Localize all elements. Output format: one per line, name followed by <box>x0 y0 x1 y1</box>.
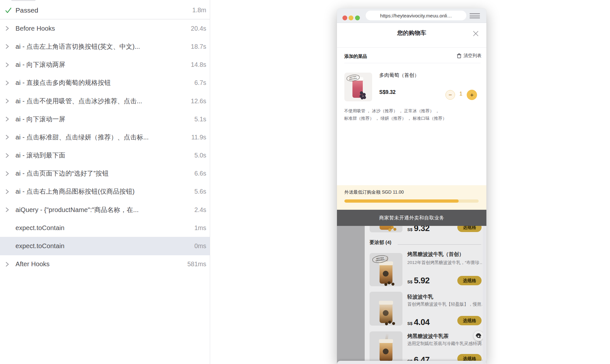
test-report-panel: Passed 1.8m Before Hooks 20.4s ai - 点击左上… <box>0 0 210 364</box>
test-row-time: 1.8m <box>192 6 206 14</box>
chevron-right-icon <box>5 261 13 268</box>
test-row-time: 6.7s <box>194 79 206 86</box>
test-row-label: expect.toContain <box>15 224 190 232</box>
test-row-time: 6.6s <box>194 170 206 177</box>
window-close-button[interactable] <box>342 15 347 20</box>
choose-spec-label: 选规格 <box>463 278 476 284</box>
product-name: 轻波波牛乳 <box>407 294 433 300</box>
test-row-after-hooks[interactable]: After Hooks 581ms <box>0 255 210 273</box>
chevron-right-icon <box>5 25 13 32</box>
product-description: 选用定制嫣红茶底与冷藏牛乳灵感特调… <box>407 341 482 347</box>
cart-item-name: 多肉葡萄（首创） <box>379 72 419 79</box>
test-row-ai-step[interactable]: ai - 直接点击多肉葡萄的规格按钮 6.7s <box>0 74 210 92</box>
drink-cup-illustration <box>380 303 392 323</box>
currency-label: S$ <box>407 321 412 326</box>
price-value: 4.04 <box>414 317 430 327</box>
cart-item-price: S$9.32 <box>379 89 396 95</box>
min-order-progress-track <box>344 199 479 203</box>
test-row-time: 5.0s <box>194 152 206 159</box>
divider <box>337 47 486 48</box>
plus-icon: + <box>470 92 473 98</box>
test-row-label: ai - 点击标准甜、点击绿妍（推荐）、点击标... <box>15 133 188 142</box>
browser-topbar: https://heyteavivocity.meuu.onli… <box>337 8 486 23</box>
test-row-time: 2.4s <box>194 206 206 214</box>
currency-label: S$ <box>407 227 412 232</box>
test-row-ai-step[interactable]: ai - 向下滚动两屏 14.8s <box>0 56 210 74</box>
quantity-increase-button[interactable]: + <box>467 90 477 100</box>
test-row-time: 11.9s <box>191 134 206 141</box>
url-text: https://heyteavivocity.meuu.onli… <box>380 13 452 18</box>
test-row-time: 20.4s <box>191 25 206 32</box>
test-row-ai-step[interactable]: ai - 点击不使用吸管、点击冰沙推荐、点击... 12.6s <box>0 92 210 110</box>
cart-title: 您的购物车 <box>337 29 486 37</box>
product-name: 烤黑糖波波牛乳茶 <box>407 333 449 340</box>
choose-spec-button[interactable]: 选规格 <box>457 316 482 325</box>
chevron-right-icon <box>5 152 13 159</box>
test-row-label: ai - 点击左上角语言切换按钮(英文、中文)... <box>15 42 187 51</box>
chevron-right-icon <box>5 134 13 141</box>
test-row-label: Before Hooks <box>15 25 187 32</box>
min-order-progress-fill <box>344 199 459 203</box>
test-row-expect-selected[interactable]: expect.toContain 0ms <box>0 237 210 255</box>
browser-window: https://heyteavivocity.meuu.onli… S$ 9.3… <box>337 8 486 364</box>
window-zoom-button[interactable] <box>355 15 360 20</box>
product-image <box>370 292 402 326</box>
customer-service-button[interactable] <box>473 331 483 341</box>
chevron-right-icon <box>5 79 13 86</box>
product-description: 首创烤黑糖波波牛乳【轻盈版】，慢熬… <box>407 301 482 307</box>
section-divider <box>398 244 481 245</box>
test-row-label: ai - 点击不使用吸管、点击冰沙推荐、点击... <box>15 97 187 106</box>
test-row-label: ai - 点击右上角商品图标按钮(仅商品按钮) <box>15 187 190 196</box>
test-row-label: ai - 点击页面下边的“选好了”按钮 <box>15 169 190 178</box>
browser-menu-icon[interactable] <box>470 13 480 18</box>
toast-banner: 商家暂未开通外卖和自取业务 <box>337 210 486 226</box>
product-description: 2012年首创烤黑糖波波牛乳，“布蕾珍… <box>407 260 482 266</box>
chevron-right-icon <box>5 170 13 177</box>
toast-text: 商家暂未开通外卖和自取业务 <box>379 215 444 221</box>
choose-spec-button[interactable]: 选规格 <box>457 276 482 285</box>
test-row-ai-step[interactable]: ai - 点击右上角商品图标按钮(仅商品按钮) 5.6s <box>0 183 210 201</box>
window-minimize-button[interactable] <box>349 15 353 20</box>
drink-cup-illustration <box>380 341 392 361</box>
choose-spec-label: 选规格 <box>463 318 476 324</box>
clear-list-button[interactable]: 清空列表 <box>457 53 482 59</box>
test-row-label: ai - 滚动到最下面 <box>15 151 190 160</box>
trash-icon <box>457 53 462 58</box>
test-row-label: ai - 向下滚动一屏 <box>15 115 190 124</box>
bottom-bar-edge <box>337 361 486 364</box>
min-order-banner: 外送最低订购金额 SGD 11.00 <box>337 185 486 210</box>
clear-list-label: 清空列表 <box>463 53 482 59</box>
chevron-right-icon <box>5 97 13 105</box>
quantity-decrease-button[interactable]: − <box>445 90 455 100</box>
test-row-time: 1ms <box>194 224 206 232</box>
chevron-right-icon <box>5 116 13 123</box>
cart-modal: 您的购物车 添加的菜品 清空列表 HEYTE <box>337 23 486 210</box>
screen: Passed 1.8m Before Hooks 20.4s ai - 点击左上… <box>0 0 610 364</box>
test-row-expect[interactable]: expect.toContain 1ms <box>0 219 210 237</box>
product-price: S$ 4.04 <box>407 317 430 327</box>
row-indent-spacer <box>5 224 13 231</box>
product-price: S$ 5.92 <box>407 276 430 286</box>
test-row-passed[interactable]: Passed 1.8m <box>0 1 210 19</box>
address-bar[interactable]: https://heyteavivocity.meuu.onli… <box>366 11 466 20</box>
product-name: 烤黑糖波波牛乳（首创） <box>407 251 464 258</box>
test-row-ai-step[interactable]: ai - 点击页面下边的“选好了”按钮 6.6s <box>0 165 210 183</box>
currency-label: S$ <box>407 279 412 284</box>
headset-icon <box>475 332 482 339</box>
test-row-before-hooks[interactable]: Before Hooks 20.4s <box>0 19 210 37</box>
test-row-time: 14.8s <box>191 61 206 68</box>
drink-cup-illustration <box>380 264 392 284</box>
test-row-ai-step[interactable]: ai - 点击标准甜、点击绿妍（推荐）、点击标... 11.9s <box>0 128 210 146</box>
test-row-aiquery[interactable]: aiQuery - {"productName":"商品名称，在... 2.4s <box>0 201 210 219</box>
test-row-time: 0ms <box>194 242 206 250</box>
test-row-ai-step[interactable]: ai - 点击左上角语言切换按钮(英文、中文)... 18.7s <box>0 37 210 56</box>
test-row-ai-step[interactable]: ai - 向下滚动一屏 5.1s <box>0 110 210 128</box>
test-row-ai-step[interactable]: ai - 滚动到最下面 5.0s <box>0 147 210 165</box>
test-row-label: expect.toContain <box>15 242 190 250</box>
check-icon <box>5 7 13 14</box>
close-icon[interactable] <box>472 30 479 37</box>
test-row-time: 18.7s <box>191 43 206 50</box>
test-row-time: 581ms <box>187 260 206 268</box>
chevron-right-icon <box>5 61 13 68</box>
added-items-label: 添加的菜品 <box>344 54 367 59</box>
